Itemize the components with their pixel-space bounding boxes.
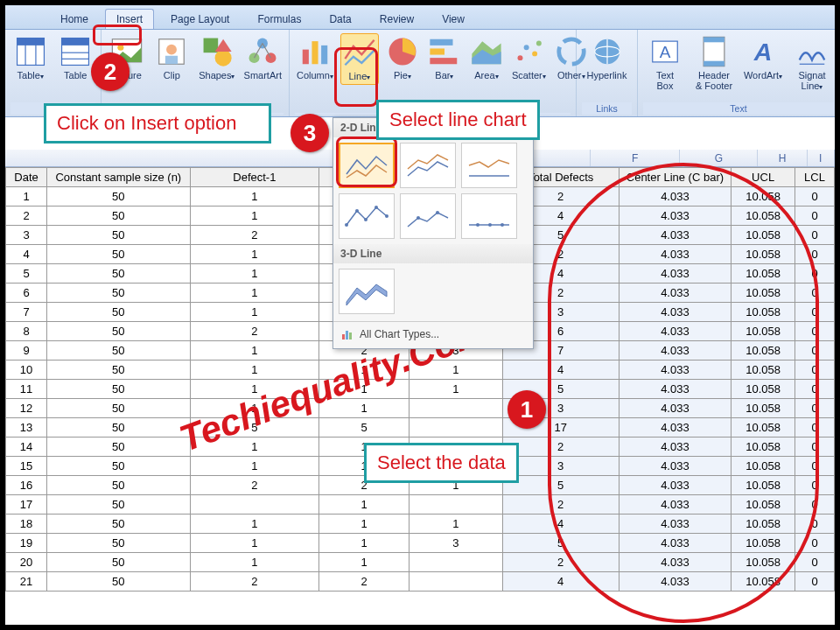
svg-point-33 xyxy=(536,41,542,46)
bar-chart-button[interactable]: Bar xyxy=(426,33,463,83)
svg-text:A: A xyxy=(753,38,773,66)
tab-home[interactable]: Home xyxy=(49,9,100,29)
line-stacked-markers-option[interactable] xyxy=(400,193,456,239)
svg-text:A: A xyxy=(660,43,671,61)
pivottable-button[interactable]: Table xyxy=(10,33,51,83)
svg-point-11 xyxy=(166,45,177,55)
svg-rect-21 xyxy=(303,50,309,65)
table-label: Table xyxy=(64,70,87,80)
headerfooter-label: Header& Footer xyxy=(696,70,732,91)
column-label: Column xyxy=(297,70,333,81)
header-defect1[interactable]: Defect-1 xyxy=(190,168,319,187)
headerfooter-button[interactable]: Header& Footer xyxy=(692,33,736,93)
scatter-chart-button[interactable]: Scatter xyxy=(510,33,548,83)
svg-rect-57 xyxy=(349,332,352,340)
svg-rect-42 xyxy=(704,61,724,66)
line-100stacked-markers-option[interactable] xyxy=(461,193,517,239)
tab-data[interactable]: Data xyxy=(318,9,362,29)
clip-label: Clip xyxy=(164,70,180,80)
scatter-label: Scatter xyxy=(512,70,546,81)
textbox-button[interactable]: A TextBox xyxy=(643,33,687,93)
sigline-label: SignatLine xyxy=(798,70,825,92)
line-3d-option[interactable] xyxy=(339,269,395,314)
callout-line-chart: Select line chart xyxy=(376,100,540,140)
svg-point-53 xyxy=(488,223,492,227)
pie-label: Pie xyxy=(394,70,411,81)
highlight-line-option xyxy=(336,136,397,187)
svg-point-45 xyxy=(345,223,348,227)
smartart-label: SmartArt xyxy=(244,70,282,80)
column-chart-button[interactable]: Column xyxy=(295,33,335,83)
svg-rect-27 xyxy=(430,58,457,64)
svg-rect-5 xyxy=(62,38,89,46)
highlight-insert-tab xyxy=(93,24,142,46)
highlight-data-selection xyxy=(548,163,819,623)
svg-rect-41 xyxy=(704,37,724,42)
svg-rect-25 xyxy=(430,39,452,46)
step-badge-3: 3 xyxy=(290,114,329,152)
sigline-button[interactable]: SignatLine xyxy=(790,33,834,94)
svg-point-30 xyxy=(518,55,523,60)
svg-point-52 xyxy=(476,223,480,227)
line-100stacked-option[interactable] xyxy=(461,143,517,188)
shapes-label: Shapes xyxy=(199,70,234,81)
pivot-label: Table xyxy=(18,70,44,81)
svg-point-47 xyxy=(364,218,368,221)
group-text-title: Text xyxy=(643,102,834,115)
all-charts-icon xyxy=(340,327,354,341)
header-date[interactable]: Date xyxy=(6,168,47,187)
step-badge-1: 1 xyxy=(508,390,546,429)
step-badge-2: 2 xyxy=(91,52,130,91)
svg-point-54 xyxy=(500,223,504,227)
smartart-button[interactable]: SmartArt xyxy=(242,33,284,82)
textbox-label: TextBox xyxy=(656,70,674,91)
hyperlink-button[interactable]: Hyperlink xyxy=(582,33,632,82)
svg-point-50 xyxy=(416,216,420,220)
tab-formulas[interactable]: Formulas xyxy=(246,9,312,29)
tab-review[interactable]: Review xyxy=(368,9,425,29)
svg-point-31 xyxy=(524,45,529,50)
area-chart-button[interactable]: Area xyxy=(468,33,505,83)
tab-view[interactable]: View xyxy=(430,9,476,29)
callout-select-data: Select the data xyxy=(364,443,519,483)
all-chart-types-option[interactable]: All Chart Types... xyxy=(333,324,533,345)
pie-chart-button[interactable]: Pie xyxy=(384,33,421,83)
svg-rect-1 xyxy=(17,38,44,46)
wordart-label: WordArt xyxy=(744,70,782,81)
svg-point-46 xyxy=(355,209,359,213)
dropdown-3d-header: 3-D Line xyxy=(333,244,533,263)
wordart-button[interactable]: A WordArt xyxy=(741,33,785,83)
svg-rect-26 xyxy=(430,48,444,54)
shapes-button[interactable]: Shapes xyxy=(197,33,237,83)
header-lcl[interactable]: LCL xyxy=(795,168,835,187)
line-markers-option[interactable] xyxy=(339,193,395,239)
bar-label: Bar xyxy=(435,70,453,81)
all-chart-types-label: All Chart Types... xyxy=(360,328,439,340)
line-stacked-option[interactable] xyxy=(400,143,456,188)
svg-rect-12 xyxy=(165,56,178,65)
callout-insert: Click on Insert option xyxy=(44,103,271,144)
header-sample-size[interactable]: Constant sample size (n) xyxy=(47,168,190,187)
svg-rect-55 xyxy=(342,334,345,340)
svg-rect-22 xyxy=(312,41,318,64)
svg-rect-23 xyxy=(321,46,327,64)
svg-point-14 xyxy=(214,50,231,66)
svg-rect-56 xyxy=(346,331,348,340)
highlight-line-button xyxy=(334,47,378,107)
svg-point-32 xyxy=(532,51,537,56)
svg-point-51 xyxy=(436,211,439,214)
svg-point-49 xyxy=(385,214,388,218)
table-button[interactable]: Table xyxy=(56,33,96,82)
area-label: Area xyxy=(474,70,498,81)
hyperlink-label: Hyperlink xyxy=(587,70,627,80)
svg-point-48 xyxy=(374,206,378,209)
tab-page-layout[interactable]: Page Layout xyxy=(159,9,241,29)
group-links-title: Links xyxy=(582,102,632,115)
clipart-button[interactable]: Clip xyxy=(152,33,192,82)
